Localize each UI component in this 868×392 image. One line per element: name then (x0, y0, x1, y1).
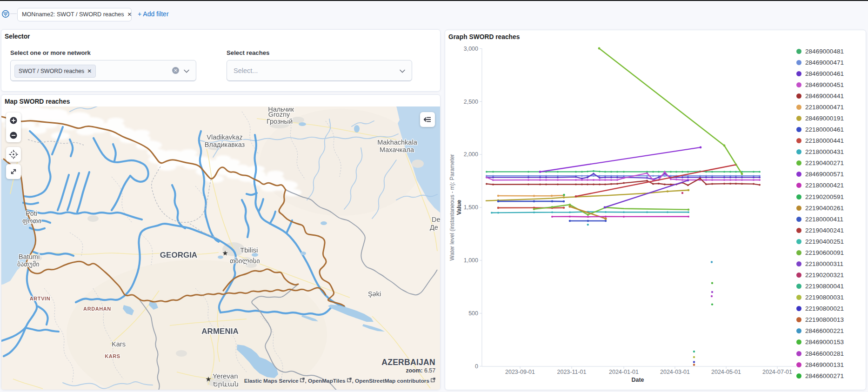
svg-text:Grozny: Grozny (268, 111, 290, 118)
svg-text:2023-09-01: 2023-09-01 (505, 369, 535, 375)
svg-text:GEORGIA: GEORGIA (160, 251, 197, 259)
svg-text:1,000: 1,000 (464, 257, 478, 264)
svg-text:Владикавказ: Владикавказ (205, 141, 245, 148)
svg-text:ARMENIA: ARMENIA (201, 327, 238, 336)
svg-text:Date: Date (631, 377, 644, 383)
svg-text:Махачкала: Махачкала (380, 146, 414, 153)
svg-text:ARTVIN: ARTVIN (30, 296, 51, 301)
svg-text:2024-01-01: 2024-01-01 (609, 369, 639, 375)
svg-text:Де: Де (430, 224, 438, 231)
svg-text:3,000: 3,000 (464, 46, 478, 52)
svg-text:2024-07-01: 2024-07-01 (762, 369, 792, 375)
svg-text:Makhachkala: Makhachkala (377, 139, 417, 146)
svg-text:2,000: 2,000 (464, 151, 478, 158)
svg-text:0: 0 (475, 363, 478, 370)
svg-text:Value: Value (456, 200, 462, 215)
svg-text:Yerevan: Yerevan (213, 372, 238, 380)
svg-text:2023-11-01: 2023-11-01 (557, 369, 586, 375)
svg-text:ფოთი: ფოთი (22, 217, 41, 225)
svg-text:Грозный: Грозный (267, 118, 293, 125)
svg-text:Şəki: Şəki (368, 290, 381, 298)
svg-text:500: 500 (468, 310, 478, 317)
svg-text:Tbilisi: Tbilisi (240, 246, 258, 254)
svg-text:2,500: 2,500 (464, 99, 478, 105)
svg-text:2024-05-01: 2024-05-01 (711, 369, 741, 375)
svg-text:2024-03-01: 2024-03-01 (660, 369, 690, 375)
svg-text:De: De (432, 216, 440, 223)
svg-text:Batumi: Batumi (19, 253, 40, 260)
svg-text:1,500: 1,500 (464, 204, 478, 211)
svg-text:ARDAHAN: ARDAHAN (83, 306, 111, 312)
svg-text:Water level (instantaneous - m: Water level (instantaneous - m): Paramet… (449, 154, 455, 261)
svg-text:ბათუმი: ბათუმი (17, 260, 39, 268)
svg-text:KARS: KARS (105, 353, 120, 359)
svg-text:Kars: Kars (112, 340, 126, 348)
svg-text:Poti: Poti (26, 210, 37, 217)
svg-text:Vladikavkaz: Vladikavkaz (207, 133, 242, 141)
svg-text:თბილისი: თბილისი (230, 257, 260, 265)
svg-text:Երևան: Երևան (213, 380, 239, 388)
